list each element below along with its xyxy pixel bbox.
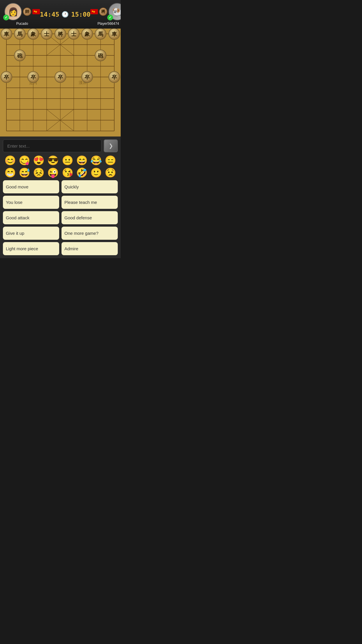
svg-text:卒: 卒 — [4, 74, 9, 80]
player1-info: 👩 ✓ 帥 ★ Pucado — [4, 3, 40, 26]
send-button[interactable]: ❯ — [104, 139, 118, 152]
emoji-12[interactable]: 😜 — [47, 168, 59, 177]
phrase-quickly[interactable]: Quickly — [61, 180, 118, 193]
svg-text:象: 象 — [85, 31, 90, 37]
emoji-10[interactable]: 😅 — [19, 168, 30, 177]
svg-text:卒: 卒 — [112, 74, 117, 80]
chat-area: ❯ 😊 😋 😍 😎 😐 😄 😂 😑 😁 😅 😣 😜 😘 🤣 🙂 😟 Good m… — [0, 136, 121, 258]
emoji-16[interactable]: 😟 — [105, 168, 116, 177]
emoji-2[interactable]: 😋 — [19, 156, 30, 165]
svg-text:馬: 馬 — [17, 31, 22, 37]
timer-area: 14:45 🕐 15:00 — [40, 11, 90, 18]
player1-avatar-wrapper: 👩 ✓ — [4, 3, 22, 20]
emoji-5[interactable]: 😐 — [62, 156, 73, 165]
player1-name: Pucado — [16, 22, 28, 26]
player2-info: ★ 將 🐏 ✓ Player566474 — [90, 3, 121, 26]
player2-avatar-wrapper: 🐏 ✓ — [108, 3, 121, 20]
svg-text:砲: 砲 — [17, 53, 23, 59]
phrase-admire[interactable]: Admire — [61, 242, 118, 255]
chat-input-row: ❯ — [3, 139, 118, 152]
svg-text:車: 車 — [4, 31, 9, 37]
player2-name: Player566474 — [97, 22, 119, 26]
chess-board-container[interactable]: 楚河 漢界 車 馬 象 士 將 士 象 馬 車 — [0, 29, 121, 136]
emoji-1[interactable]: 😊 — [4, 156, 16, 165]
svg-text:象: 象 — [31, 31, 36, 37]
phrase-good-move[interactable]: Good move — [3, 180, 59, 193]
emoji-row-1: 😊 😋 😍 😎 😐 😄 😂 😑 — [3, 156, 118, 165]
emoji-13[interactable]: 😘 — [62, 168, 73, 177]
phrase-light-more-piece[interactable]: Light more piece — [3, 242, 59, 255]
player2-piece-badge: 將 — [99, 8, 107, 16]
player2-timer: 15:00 — [71, 11, 90, 18]
svg-text:士: 士 — [44, 31, 50, 37]
emoji-7[interactable]: 😂 — [90, 156, 102, 165]
svg-text:卒: 卒 — [31, 74, 36, 80]
emoji-row-2: 😁 😅 😣 😜 😘 🤣 🙂 😟 — [3, 168, 118, 177]
emoji-11[interactable]: 😣 — [33, 168, 45, 177]
svg-text:卒: 卒 — [58, 74, 63, 80]
svg-text:將: 將 — [57, 31, 63, 37]
phrase-give-it-up[interactable]: Give it up — [3, 227, 59, 240]
emoji-8[interactable]: 😑 — [105, 156, 116, 165]
phrase-please-teach-me[interactable]: Please teach me — [61, 196, 118, 209]
phrase-one-more-game[interactable]: One more game? — [61, 227, 118, 240]
phrase-good-defense[interactable]: Good defense — [61, 211, 118, 224]
emoji-15[interactable]: 🙂 — [90, 168, 102, 177]
emoji-6[interactable]: 😄 — [76, 156, 88, 165]
phrase-you-lose[interactable]: You lose — [3, 196, 59, 209]
svg-text:士: 士 — [71, 31, 77, 37]
phrases-grid: Good move Quickly You lose Please teach … — [3, 180, 118, 255]
clock-icon: 🕐 — [61, 11, 69, 18]
player2-online-indicator: ✓ — [107, 15, 113, 20]
emoji-4[interactable]: 😎 — [47, 156, 59, 165]
emoji-9[interactable]: 😁 — [4, 168, 16, 177]
emoji-14[interactable]: 🤣 — [76, 168, 88, 177]
player1-flag: ★ — [32, 9, 40, 14]
player1-online-indicator: ✓ — [3, 15, 9, 20]
player1-timer: 14:45 — [40, 11, 59, 18]
emoji-3[interactable]: 😍 — [33, 156, 45, 165]
svg-text:卒: 卒 — [85, 74, 90, 80]
board-svg: 楚河 漢界 車 馬 象 士 將 士 象 馬 車 — [0, 29, 121, 136]
player1-piece-badge: 帥 — [23, 8, 31, 16]
svg-text:車: 車 — [112, 31, 117, 37]
player2-flag: ★ — [90, 9, 98, 14]
phrase-good-attack[interactable]: Good attack — [3, 211, 59, 224]
chat-input[interactable] — [3, 139, 101, 152]
svg-text:馬: 馬 — [98, 31, 103, 37]
svg-text:砲: 砲 — [98, 53, 103, 59]
game-header: 👩 ✓ 帥 ★ Pucado 14:45 🕐 15:00 ★ 將 🐏 ✓ Pla… — [0, 0, 121, 29]
